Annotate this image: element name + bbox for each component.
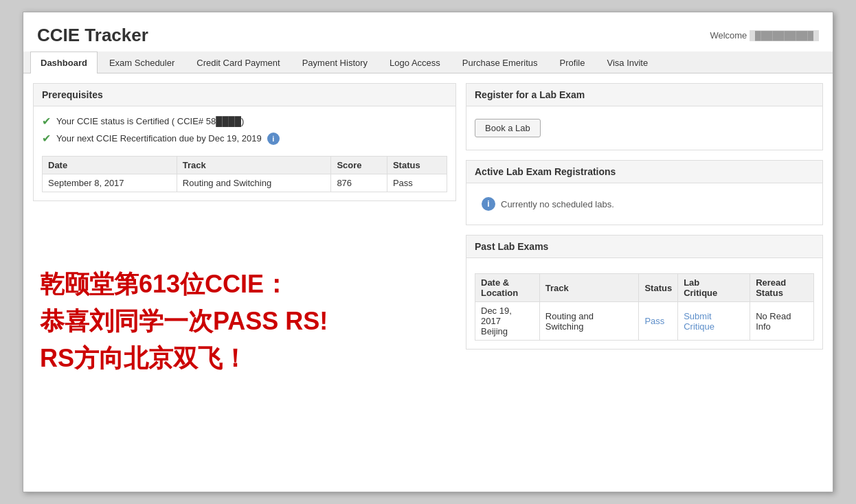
past-cell-reread: No Read Info [750, 302, 814, 341]
past-lab-card: Past Lab Exams Date &Location Track Stat… [466, 235, 823, 350]
past-cell-critique: Submit Critique [678, 302, 750, 341]
cell-track: Routing and Switching [177, 174, 331, 192]
tab-logo-access[interactable]: Logo Access [379, 51, 451, 73]
prereq-table-body: September 8, 2017 Routing and Switching … [43, 174, 447, 192]
past-col-reread: RereadStatus [750, 274, 814, 302]
left-panel: Prerequisites ✔ Your CCIE status is Cert… [33, 83, 466, 403]
table-row: Dec 19, 2017Beijing Routing and Switchin… [475, 302, 814, 341]
prereq-table-container: Date Track Score Status September 8, 201… [42, 149, 447, 192]
past-col-track: Track [539, 274, 639, 302]
register-card: Register for a Lab Exam Book a Lab [466, 83, 823, 150]
active-lab-header: Active Lab Exam Registrations [466, 161, 822, 183]
past-cell-status: Pass [639, 302, 678, 341]
welcome-label: Welcome [710, 30, 747, 41]
prerequisites-card: Prerequisites ✔ Your CCIE status is Cert… [33, 83, 456, 201]
app-title: CCIE Tracker [37, 25, 148, 46]
tab-dashboard[interactable]: Dashboard [30, 51, 98, 73]
col-status: Status [387, 157, 447, 174]
register-body: Book a Lab [466, 106, 822, 150]
prereq-text-2: Your next CCIE Recertification due by De… [56, 133, 262, 144]
tab-exam-scheduler[interactable]: Exam Scheduler [99, 51, 185, 73]
past-col-critique: LabCritique [678, 274, 750, 302]
no-labs-info: i Currently no scheduled labs. [475, 192, 814, 216]
prereq-item-2: ✔ Your next CCIE Recertification due by … [42, 132, 447, 145]
right-panel: Register for a Lab Exam Book a Lab Activ… [466, 83, 823, 403]
col-score: Score [331, 157, 387, 174]
main-content: Prerequisites ✔ Your CCIE status is Cert… [23, 73, 833, 413]
tab-credit-card-payment[interactable]: Credit Card Payment [186, 51, 290, 73]
prerequisites-header: Prerequisites [34, 84, 455, 106]
table-row: September 8, 2017 Routing and Switching … [43, 174, 447, 192]
watermark-line2: 恭喜刘同学一次PASS RS! [40, 303, 328, 340]
no-labs-text: Currently no scheduled labs. [501, 199, 614, 209]
tab-payment-history[interactable]: Payment History [292, 51, 378, 73]
past-lab-tbody: Dec 19, 2017Beijing Routing and Switchin… [475, 302, 814, 341]
cell-date: September 8, 2017 [43, 174, 177, 192]
col-track: Track [177, 157, 331, 174]
tab-visa-invite[interactable]: Visa Invite [596, 51, 658, 73]
active-lab-body: i Currently no scheduled labs. [466, 183, 822, 225]
app-header: CCIE Tracker Welcome ██████████ [23, 12, 833, 51]
check-icon-2: ✔ [42, 132, 51, 145]
info-icon-nolabs: i [482, 197, 495, 211]
prerequisites-body: ✔ Your CCIE status is Certified ( CCIE# … [34, 106, 455, 201]
tab-purchase-emeritus[interactable]: Purchase Emeritus [452, 51, 548, 73]
info-icon-recert[interactable]: i [267, 133, 280, 145]
book-lab-button[interactable]: Book a Lab [475, 119, 541, 137]
past-col-date: Date &Location [475, 274, 540, 302]
past-cell-track: Routing and Switching [539, 302, 639, 341]
tab-profile[interactable]: Profile [550, 51, 596, 73]
watermark-text: 乾颐堂第613位CCIE： 恭喜刘同学一次PASS RS! RS方向北京双飞！ [40, 266, 328, 377]
watermark-line1: 乾颐堂第613位CCIE： [40, 266, 328, 303]
past-lab-table: Date &Location Track Status LabCritique … [475, 273, 814, 341]
cell-status: Pass [387, 174, 447, 192]
welcome-area: Welcome ██████████ [710, 30, 819, 41]
nav-tabs: Dashboard Exam Scheduler Credit Card Pay… [23, 51, 833, 73]
check-icon-1: ✔ [42, 115, 51, 128]
past-cell-date: Dec 19, 2017Beijing [475, 302, 540, 341]
status-badge: Pass [644, 316, 664, 326]
prereq-table: Date Track Score Status September 8, 201… [42, 156, 447, 192]
prereq-text-1: Your CCIE status is Certified ( CCIE# 58… [56, 116, 244, 126]
prereq-item-1: ✔ Your CCIE status is Certified ( CCIE# … [42, 115, 447, 128]
past-col-status: Status [639, 274, 678, 302]
past-lab-thead: Date &Location Track Status LabCritique … [475, 274, 814, 302]
submit-critique-link[interactable]: Submit Critique [684, 311, 714, 332]
cell-score: 876 [331, 174, 387, 192]
welcome-username: ██████████ [750, 30, 819, 41]
watermark-area: 乾颐堂第613位CCIE： 恭喜刘同学一次PASS RS! RS方向北京双飞！ [33, 211, 456, 403]
register-header: Register for a Lab Exam [466, 84, 822, 106]
col-date: Date [43, 157, 177, 174]
app-window: CCIE Tracker Welcome ██████████ Dashboar… [23, 12, 833, 492]
prereq-table-head: Date Track Score Status [43, 157, 447, 174]
watermark-line3: RS方向北京双飞！ [40, 340, 328, 377]
past-lab-body: Date &Location Track Status LabCritique … [466, 258, 822, 349]
active-lab-card: Active Lab Exam Registrations i Currentl… [466, 160, 823, 225]
past-lab-header: Past Lab Exams [466, 236, 822, 258]
